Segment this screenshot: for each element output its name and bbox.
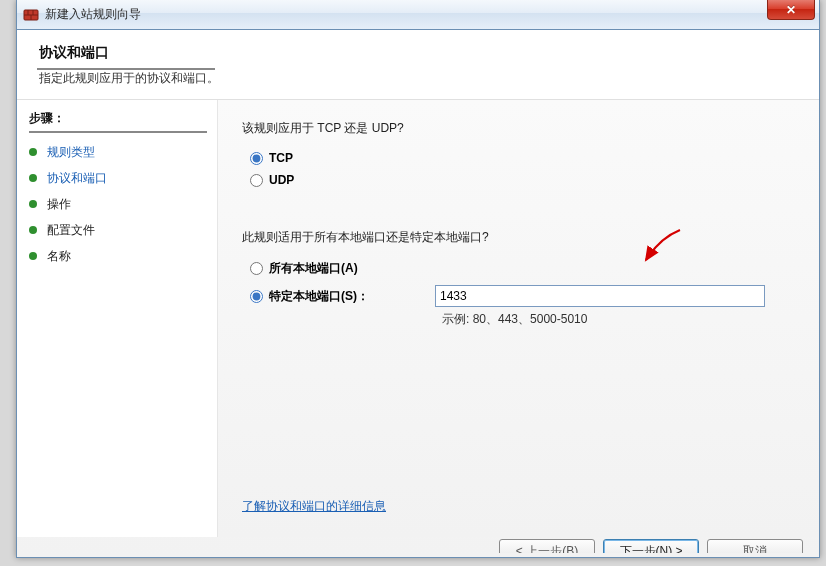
step-bullet-icon — [29, 148, 37, 156]
steps-underline — [29, 131, 207, 133]
page-subtitle: 指定此规则应用于的协议和端口。 — [37, 70, 799, 87]
step-label: 操作 — [47, 196, 71, 213]
step-rule-type[interactable]: 规则类型 — [29, 139, 205, 165]
more-info-link[interactable]: 了解协议和端口的详细信息 — [242, 499, 386, 513]
close-button[interactable]: ✕ — [767, 0, 815, 20]
wizard-window: 新建入站规则向导 ✕ 协议和端口 指定此规则应用于的协议和端口。 步骤： 规则类… — [16, 0, 820, 558]
button-bar: < 上一步(B) 下一步(N) > 取消 — [499, 539, 803, 553]
step-bullet-icon — [29, 226, 37, 234]
step-bullet-icon — [29, 252, 37, 260]
client-area: 协议和端口 指定此规则应用于的协议和端口。 步骤： 规则类型 协议和端口 操作 — [17, 30, 819, 557]
body-area: 步骤： 规则类型 协议和端口 操作 配置文件 — [17, 100, 819, 537]
window-title: 新建入站规则向导 — [45, 6, 141, 23]
step-bullet-icon — [29, 200, 37, 208]
step-label: 规则类型 — [47, 144, 95, 161]
back-button[interactable]: < 上一步(B) — [499, 539, 595, 553]
cancel-button[interactable]: 取消 — [707, 539, 803, 553]
specific-ports-label: 特定本地端口(S)： — [269, 288, 419, 305]
step-profile: 配置文件 — [29, 217, 205, 243]
page-header: 协议和端口 指定此规则应用于的协议和端口。 — [17, 30, 819, 100]
next-button[interactable]: 下一步(N) > — [603, 539, 699, 553]
tcp-option[interactable]: TCP — [250, 151, 795, 165]
back-button-label: < 上一步(B) — [516, 543, 578, 554]
step-label: 配置文件 — [47, 222, 95, 239]
main-panel: 该规则应用于 TCP 还是 UDP? TCP UDP 此规则适用于所有本地端口还… — [217, 100, 819, 537]
page-title: 协议和端口 — [37, 44, 799, 62]
close-icon: ✕ — [786, 3, 796, 17]
firewall-icon — [23, 7, 39, 23]
specific-ports-radio-row[interactable]: 特定本地端口(S)： — [250, 288, 419, 305]
specific-ports-option: 特定本地端口(S)： — [250, 285, 795, 307]
specific-ports-radio[interactable] — [250, 290, 263, 303]
port-input[interactable] — [435, 285, 765, 307]
all-ports-label: 所有本地端口(A) — [269, 260, 358, 277]
step-protocol-port[interactable]: 协议和端口 — [29, 165, 205, 191]
steps-heading: 步骤： — [29, 110, 205, 131]
protocol-prompt: 该规则应用于 TCP 还是 UDP? — [242, 120, 795, 137]
udp-option[interactable]: UDP — [250, 173, 795, 187]
tcp-radio[interactable] — [250, 152, 263, 165]
port-scope-block: 此规则适用于所有本地端口还是特定本地端口? 所有本地端口(A) 特定本地端口(S… — [242, 229, 795, 328]
next-button-label: 下一步(N) > — [620, 543, 683, 554]
cancel-button-label: 取消 — [743, 543, 767, 554]
port-example: 示例: 80、443、5000-5010 — [442, 311, 795, 328]
sidebar: 步骤： 规则类型 协议和端口 操作 配置文件 — [17, 100, 217, 537]
tcp-label: TCP — [269, 151, 293, 165]
udp-label: UDP — [269, 173, 294, 187]
step-action: 操作 — [29, 191, 205, 217]
step-bullet-icon — [29, 174, 37, 182]
step-label: 协议和端口 — [47, 170, 107, 187]
step-name: 名称 — [29, 243, 205, 269]
more-info-row: 了解协议和端口的详细信息 — [242, 498, 795, 515]
udp-radio[interactable] — [250, 174, 263, 187]
all-ports-radio[interactable] — [250, 262, 263, 275]
step-label: 名称 — [47, 248, 71, 265]
all-ports-option[interactable]: 所有本地端口(A) — [250, 260, 795, 277]
scope-prompt: 此规则适用于所有本地端口还是特定本地端口? — [242, 229, 795, 246]
titlebar: 新建入站规则向导 ✕ — [17, 0, 819, 30]
